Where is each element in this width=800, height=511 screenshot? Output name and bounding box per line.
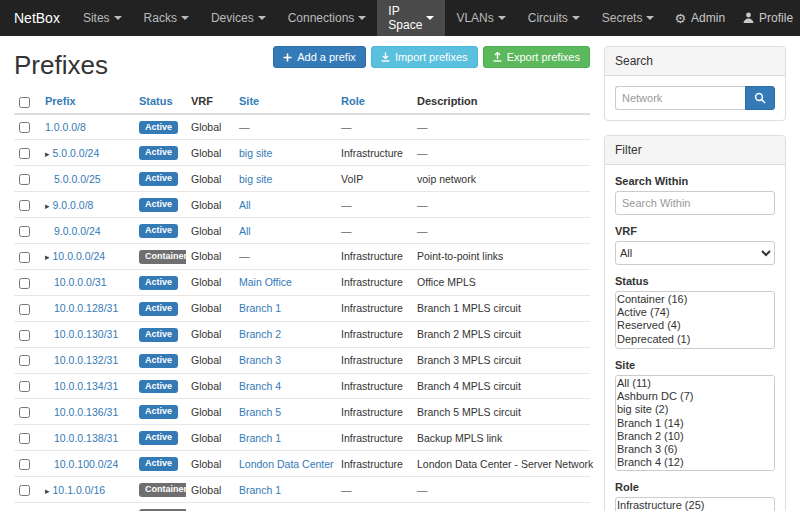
- sort-role-header[interactable]: Role: [341, 95, 365, 107]
- select-all-checkbox[interactable]: [19, 97, 30, 108]
- search-button[interactable]: [745, 86, 775, 110]
- select-option[interactable]: Branch 1 (14): [617, 417, 773, 430]
- prefix-link[interactable]: 10.1.0.0/16: [53, 484, 106, 496]
- site-link[interactable]: Branch 4: [239, 380, 281, 392]
- row-checkbox[interactable]: [19, 304, 30, 315]
- prefix-link[interactable]: 5.0.0.0/24: [53, 147, 100, 159]
- select-option[interactable]: Infrastructure (25): [617, 499, 773, 511]
- row-checkbox[interactable]: [19, 381, 30, 392]
- vrf-cell: Global: [186, 399, 234, 425]
- row-checkbox[interactable]: [19, 485, 30, 496]
- nav-item-ip-space[interactable]: IP Space: [377, 0, 445, 36]
- nav-item-sites[interactable]: Sites: [72, 0, 133, 36]
- sort-site-header[interactable]: Site: [239, 95, 259, 107]
- prefix-link[interactable]: 10.0.0.138/31: [54, 432, 118, 444]
- nav-item-circuits[interactable]: Circuits: [517, 0, 591, 36]
- prefix-cell: ▸10.0.0.0/24: [40, 244, 134, 270]
- site-cell: Branch 1: [234, 295, 336, 321]
- prefix-link[interactable]: 10.0.0.130/31: [54, 328, 118, 340]
- site-link[interactable]: Branch 3: [239, 354, 281, 366]
- search-within-label: Search Within: [615, 175, 775, 187]
- site-link[interactable]: All: [239, 199, 251, 211]
- expand-arrow-icon[interactable]: ▸: [45, 149, 50, 159]
- profile-link[interactable]: Profile: [734, 0, 800, 36]
- nav-item-racks[interactable]: Racks: [133, 0, 200, 36]
- prefix-link[interactable]: 9.0.0.0/8: [53, 199, 94, 211]
- role-select[interactable]: Infrastructure (25)Management (8)Private…: [615, 497, 775, 511]
- site-link[interactable]: Branch 1: [239, 484, 281, 496]
- site-link[interactable]: London Data Center: [239, 458, 334, 470]
- site-link[interactable]: Branch 2: [239, 328, 281, 340]
- import-prefixes-button[interactable]: Import prefixes: [371, 46, 478, 68]
- prefix-cell: ▸5.0.0.0/24: [40, 140, 134, 166]
- site-link[interactable]: Branch 1: [239, 302, 281, 314]
- row-checkbox[interactable]: [19, 200, 30, 211]
- export-prefixes-button[interactable]: Export prefixes: [483, 46, 590, 68]
- brand-logo[interactable]: NetBox: [10, 0, 72, 36]
- status-badge: Active: [139, 302, 178, 316]
- sort-status-header[interactable]: Status: [139, 95, 173, 107]
- vrf-cell: Global: [186, 321, 234, 347]
- row-checkbox[interactable]: [19, 330, 30, 341]
- nav-item-devices[interactable]: Devices: [200, 0, 277, 36]
- select-option[interactable]: Container (16): [617, 293, 773, 306]
- row-checkbox[interactable]: [19, 355, 30, 366]
- prefix-link[interactable]: 10.0.0.0/24: [53, 250, 106, 262]
- site-link[interactable]: big site: [239, 147, 272, 159]
- prefix-link[interactable]: 1.0.0.0/8: [45, 121, 86, 133]
- role-cell: —: [336, 192, 412, 218]
- nav-item-secrets[interactable]: Secrets: [591, 0, 666, 36]
- desc-cell: —: [412, 192, 590, 218]
- filter-panel: Filter Search Within VRF All Status Cont…: [604, 135, 786, 511]
- vrf-select[interactable]: All: [615, 241, 775, 265]
- select-option[interactable]: Branch 3 (6): [617, 443, 773, 456]
- checkbox-cell: [14, 425, 40, 451]
- select-option[interactable]: Active (74): [617, 306, 773, 319]
- site-link[interactable]: Main Office: [239, 276, 292, 288]
- prefix-link[interactable]: 10.0.0.132/31: [54, 354, 118, 366]
- row-checkbox[interactable]: [19, 407, 30, 418]
- select-option[interactable]: Reserved (4): [617, 319, 773, 332]
- select-option[interactable]: Ashburn DC (7): [617, 390, 773, 403]
- prefix-link[interactable]: 5.0.0.0/25: [54, 173, 101, 185]
- select-option[interactable]: big site (2): [617, 403, 773, 416]
- nav-item-vlans[interactable]: VLANs: [445, 0, 516, 36]
- search-input[interactable]: [615, 86, 745, 110]
- prefix-link[interactable]: 10.0.0.136/31: [54, 406, 118, 418]
- add-prefix-button[interactable]: Add a prefix: [273, 46, 366, 68]
- row-checkbox[interactable]: [19, 174, 30, 185]
- select-option[interactable]: All (11): [617, 377, 773, 390]
- prefix-link[interactable]: 10.0.0.0/31: [54, 276, 107, 288]
- empty-value: —: [341, 225, 352, 237]
- prefix-link[interactable]: 10.0.100.0/24: [54, 458, 118, 470]
- prefix-link[interactable]: 9.0.0.0/24: [54, 225, 101, 237]
- site-select[interactable]: All (11)Ashburn DC (7)big site (2)Branch…: [615, 375, 775, 471]
- site-link[interactable]: Branch 5: [239, 406, 281, 418]
- row-checkbox[interactable]: [19, 226, 30, 237]
- sort-prefix-header[interactable]: Prefix: [45, 95, 76, 107]
- prefix-link[interactable]: 10.0.0.134/31: [54, 380, 118, 392]
- select-option[interactable]: Deprecated (1): [617, 333, 773, 346]
- empty-value: —: [417, 199, 428, 211]
- expand-arrow-icon[interactable]: ▸: [45, 201, 50, 211]
- prefix-cell: 9.0.0.0/24: [40, 218, 134, 244]
- row-checkbox[interactable]: [19, 252, 30, 263]
- prefix-link[interactable]: 10.0.0.128/31: [54, 302, 118, 314]
- site-link[interactable]: All: [239, 225, 251, 237]
- select-option[interactable]: Branch 5 (7): [617, 469, 773, 471]
- admin-link[interactable]: ⚙ Admin: [665, 0, 734, 36]
- expand-arrow-icon[interactable]: ▸: [45, 252, 50, 262]
- select-option[interactable]: Branch 2 (10): [617, 430, 773, 443]
- search-within-input[interactable]: [615, 191, 775, 215]
- row-checkbox[interactable]: [19, 122, 30, 133]
- nav-item-connections[interactable]: Connections: [277, 0, 378, 36]
- site-link[interactable]: Branch 1: [239, 432, 281, 444]
- select-option[interactable]: Branch 4 (12): [617, 456, 773, 469]
- site-link[interactable]: big site: [239, 173, 272, 185]
- status-select[interactable]: Container (16)Active (74)Reserved (4)Dep…: [615, 291, 775, 349]
- row-checkbox[interactable]: [19, 148, 30, 159]
- expand-arrow-icon[interactable]: ▸: [45, 486, 50, 496]
- row-checkbox[interactable]: [19, 459, 30, 470]
- row-checkbox[interactable]: [19, 278, 30, 289]
- row-checkbox[interactable]: [19, 433, 30, 444]
